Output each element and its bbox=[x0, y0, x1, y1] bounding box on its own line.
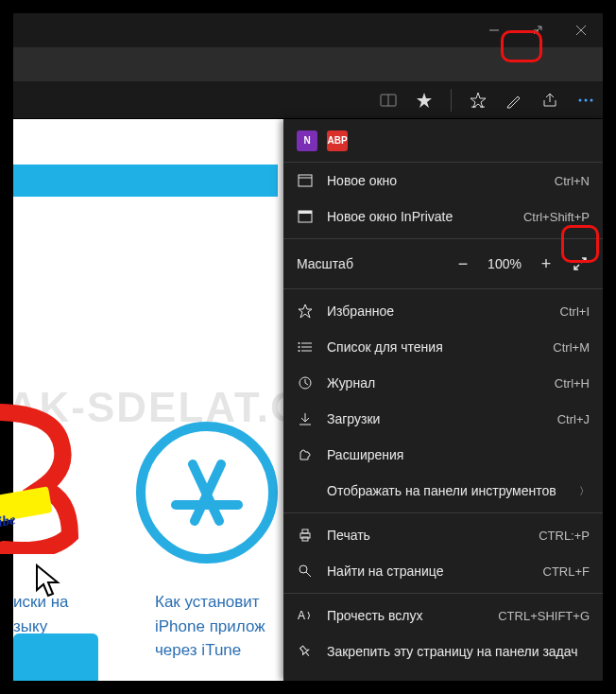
menu-more-tools[interactable]: Дополнительные средства 〉 bbox=[283, 669, 603, 681]
settings-menu: N ABP Новое окно Ctrl+N Новое окно InPri… bbox=[283, 119, 603, 681]
more-icon[interactable] bbox=[576, 91, 595, 110]
browser-toolbar bbox=[13, 81, 603, 119]
svg-point-7 bbox=[579, 98, 582, 101]
notes-icon[interactable] bbox=[505, 91, 523, 110]
youtube-thumbnail[interactable]: scribe bbox=[0, 403, 89, 573]
svg-text:A: A bbox=[298, 609, 305, 622]
menu-separator bbox=[283, 512, 603, 513]
restore-button[interactable] bbox=[516, 13, 559, 47]
svg-rect-14 bbox=[299, 175, 312, 186]
article-caption-1[interactable]: иски на зыку bbox=[13, 590, 69, 638]
history-icon bbox=[297, 375, 314, 390]
menu-new-inprivate[interactable]: Новое окно InPrivate Ctrl+Shift+P bbox=[283, 199, 603, 234]
zoom-value: 100% bbox=[484, 256, 525, 271]
search-icon bbox=[297, 564, 314, 579]
menu-favorites[interactable]: Избранное Ctrl+I bbox=[283, 293, 603, 329]
reading-view-icon[interactable] bbox=[379, 91, 398, 110]
inprivate-icon bbox=[297, 209, 314, 224]
window-icon bbox=[297, 173, 314, 188]
share-icon[interactable] bbox=[540, 91, 559, 110]
pin-icon bbox=[297, 644, 314, 659]
menu-new-window[interactable]: Новое окно Ctrl+N bbox=[283, 163, 603, 199]
menu-extensions[interactable]: Расширения bbox=[283, 437, 603, 473]
zoom-out-button[interactable]: − bbox=[450, 251, 476, 277]
appstore-icon[interactable] bbox=[136, 422, 278, 564]
menu-separator bbox=[283, 238, 603, 239]
minimize-button[interactable] bbox=[472, 13, 516, 47]
browser-window: KAK-SDELAT.ORG scribe иски на зыку Как у… bbox=[13, 13, 603, 681]
print-icon bbox=[297, 528, 314, 543]
zoom-label: Масштаб bbox=[297, 256, 442, 271]
star-icon bbox=[297, 304, 314, 319]
menu-separator bbox=[283, 593, 603, 594]
menu-downloads[interactable]: Загрузки Ctrl+J bbox=[283, 401, 603, 437]
page-header-bar bbox=[13, 165, 278, 197]
close-button[interactable] bbox=[559, 13, 603, 47]
window-titlebar bbox=[13, 13, 603, 47]
favorites-list-icon[interactable] bbox=[469, 91, 488, 110]
svg-point-9 bbox=[590, 98, 593, 101]
download-icon bbox=[297, 411, 314, 426]
fullscreen-button[interactable] bbox=[567, 251, 593, 277]
toolbar-divider bbox=[451, 89, 452, 112]
menu-pin-taskbar[interactable]: Закрепить эту страницу на панели задач bbox=[283, 633, 603, 669]
menu-separator bbox=[283, 288, 603, 289]
svg-point-28 bbox=[299, 565, 307, 573]
svg-rect-26 bbox=[302, 529, 308, 533]
chevron-right-icon: 〉 bbox=[579, 681, 590, 682]
zoom-in-button[interactable]: + bbox=[533, 251, 559, 277]
chevron-right-icon: 〉 bbox=[579, 484, 590, 498]
read-aloud-icon: A bbox=[297, 608, 314, 623]
svg-point-8 bbox=[585, 98, 588, 101]
tab-bar[interactable] bbox=[13, 47, 603, 81]
menu-reading-list[interactable]: Список для чтения Ctrl+M bbox=[283, 329, 603, 365]
page-content: KAK-SDELAT.ORG scribe иски на зыку Как у… bbox=[13, 119, 603, 681]
svg-point-21 bbox=[299, 342, 300, 344]
svg-point-23 bbox=[299, 350, 300, 352]
list-icon bbox=[297, 339, 314, 355]
menu-read-aloud[interactable]: A Прочесть вслух CTRL+SHIFT+G bbox=[283, 598, 603, 633]
menu-history[interactable]: Журнал Ctrl+H bbox=[283, 365, 603, 401]
menu-zoom: Масштаб − 100% + bbox=[283, 243, 603, 285]
svg-point-22 bbox=[299, 346, 300, 348]
menu-print[interactable]: Печать CTRL:+P bbox=[283, 517, 603, 553]
svg-line-29 bbox=[306, 572, 311, 577]
favorite-star-icon[interactable] bbox=[415, 91, 434, 110]
puzzle-icon bbox=[297, 447, 314, 462]
page-bottom-block bbox=[13, 633, 98, 681]
extensions-row: N ABP bbox=[283, 119, 603, 163]
article-caption-2[interactable]: Как установит iPhone прилож через iTune bbox=[155, 590, 265, 663]
svg-rect-17 bbox=[299, 211, 312, 214]
abp-extension-icon[interactable]: ABP bbox=[327, 130, 348, 151]
menu-show-on-toolbar[interactable]: Отображать на панели инструментов 〉 bbox=[283, 473, 603, 509]
onenote-extension-icon[interactable]: N bbox=[297, 130, 317, 151]
menu-find[interactable]: Найти на странице CTRL+F bbox=[283, 553, 603, 589]
